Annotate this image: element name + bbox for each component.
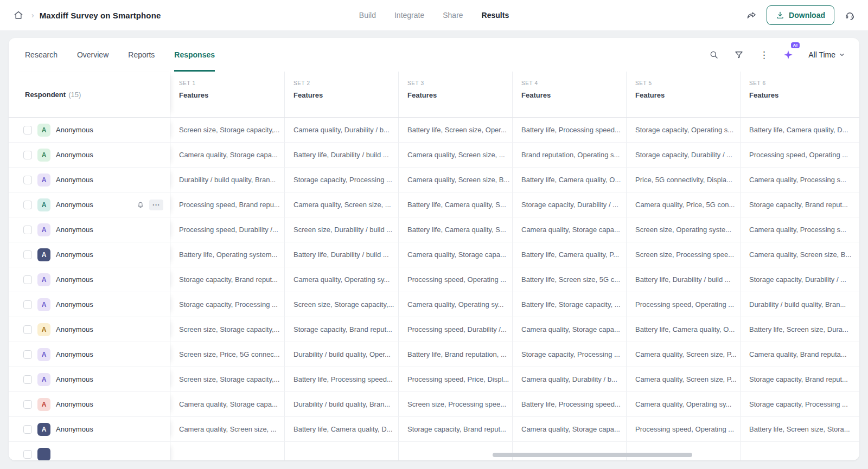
row-checkbox[interactable] — [23, 226, 32, 234]
table-row-partial[interactable] — [9, 442, 859, 460]
response-cell: Camera quality, Durability / b... — [512, 367, 626, 391]
column-header-set6: SET 6 Features — [740, 72, 854, 117]
response-cell: Battery life, Processing speed... — [284, 367, 398, 391]
response-cell: Storage capacity, Brand reput... — [398, 417, 512, 441]
time-filter-dropdown[interactable]: All Time — [808, 50, 845, 59]
respondent-name: Anonymous — [56, 250, 93, 259]
respondent-name: Anonymous — [56, 325, 93, 333]
row-checkbox[interactable] — [23, 325, 32, 334]
nav-results[interactable]: Results — [482, 11, 509, 20]
home-icon[interactable] — [11, 8, 26, 23]
response-cell: Processing speed, Price, Displ... — [398, 367, 512, 391]
horizontal-scrollbar[interactable] — [493, 453, 692, 457]
response-cell: Brand reputation, Operating s... — [512, 143, 626, 167]
response-cell: Camera quality, Processing s... — [740, 217, 854, 242]
row-checkbox[interactable] — [23, 450, 32, 459]
row-checkbox[interactable] — [23, 250, 32, 259]
bell-icon[interactable] — [136, 201, 145, 209]
more-options-icon[interactable]: ⋮ — [756, 47, 771, 62]
row-checkbox[interactable] — [23, 300, 32, 309]
row-checkbox[interactable] — [23, 425, 32, 434]
avatar: A — [37, 298, 50, 311]
table-row[interactable]: A Anonymous ... Battery life, Operating … — [9, 242, 859, 267]
response-cell: Storage capacity, Durability / ... — [512, 192, 626, 217]
row-checkbox[interactable] — [23, 275, 32, 284]
row-checkbox[interactable] — [23, 400, 32, 409]
response-cell: Durability / build quality, Bran... — [740, 292, 854, 317]
response-cell: Camera quality, Price, 5G con... — [626, 192, 740, 217]
row-checkbox[interactable] — [23, 176, 32, 184]
row-checkbox[interactable] — [23, 375, 32, 384]
respondent-cell: A Anonymous ... — [9, 118, 170, 142]
ai-assistant-icon[interactable]: AI — [781, 48, 795, 62]
response-cell: Battery life, Screen size, Dura... — [740, 317, 854, 342]
response-cell: Storage capacity, Processing ... — [512, 342, 626, 367]
table-row[interactable]: A Anonymous ... Durability / build quali… — [9, 168, 859, 192]
download-button[interactable]: Download — [767, 5, 834, 25]
response-cell: Battery life, Screen size, Oper... — [398, 118, 512, 142]
tab-responses[interactable]: Responses — [174, 38, 215, 72]
response-cell: Durability / build quality, Oper... — [284, 342, 398, 367]
top-bar: › Maxdiff Survey on Smartphone Build Int… — [0, 0, 868, 30]
respondent-cell: A Anonymous ... — [9, 168, 170, 192]
table-row[interactable]: A Anonymous ... Camera quality, Storage … — [9, 392, 859, 417]
table-row[interactable]: A Anonymous ... Camera quality, Storage … — [9, 143, 859, 168]
support-headset-icon[interactable] — [842, 8, 857, 23]
response-cell: Storage capacity, Brand reput... — [740, 192, 854, 217]
table-row[interactable]: A Anonymous ... Screen size, Price, 5G c… — [9, 342, 859, 367]
response-cell: Camera quality, Storage capa... — [512, 317, 626, 342]
response-cell: Camera quality, Operating sy... — [284, 267, 398, 292]
response-cell: Battery life, Durability / build ... — [626, 267, 740, 292]
response-cell: Camera quality, Operating sy... — [398, 292, 512, 317]
response-cell: Screen size, Storage capacity,... — [170, 317, 284, 342]
response-cell: Screen size, Operating syste... — [626, 217, 740, 242]
row-checkbox[interactable] — [23, 126, 32, 134]
share-forward-icon[interactable] — [744, 8, 759, 23]
response-cell: Storage capacity, Processing ... — [284, 168, 398, 192]
response-cell: Camera quality, Screen size, B... — [740, 242, 854, 267]
response-cell: Storage capacity, Brand reput... — [170, 267, 284, 292]
nav-integrate[interactable]: Integrate — [394, 11, 424, 20]
avatar: A — [37, 124, 50, 137]
search-icon[interactable] — [706, 47, 722, 62]
nav-build[interactable]: Build — [359, 11, 376, 20]
response-cell: Screen size, Price, 5G connec... — [170, 342, 284, 367]
row-more-icon[interactable]: ... — [149, 200, 163, 210]
table-row[interactable]: A Anonymous ... Camera quality, Screen s… — [9, 417, 859, 442]
response-cell: Camera quality, Screen size, B... — [398, 168, 512, 192]
respondent-name: Anonymous — [56, 425, 93, 433]
table-row[interactable]: A Anonymous ... Storage capacity, Proces… — [9, 292, 859, 317]
response-cell: Battery life, Processing speed... — [512, 118, 626, 142]
tab-research[interactable]: Research — [25, 38, 58, 72]
response-cell: Battery life, Camera quality, S... — [398, 217, 512, 242]
row-checkbox[interactable] — [23, 151, 32, 159]
column-header-set1: SET 1 Features — [170, 72, 284, 117]
respondent-cell: A Anonymous ... — [9, 367, 170, 391]
table-row[interactable]: A Anonymous ... Processing speed, Durabi… — [9, 217, 859, 242]
response-cell: Screen size, Storage capacity,... — [284, 292, 398, 317]
response-cell: Battery life, Camera quality, D... — [740, 118, 854, 142]
response-cell: Price, 5G connectivity, Displa... — [626, 168, 740, 192]
tabs-row: Research Overview Reports Responses ⋮ AI… — [9, 38, 859, 72]
table-row[interactable]: A Anonymous ... Screen size, Storage cap… — [9, 367, 859, 392]
tab-reports[interactable]: Reports — [128, 38, 155, 72]
table-row[interactable]: A Anonymous ... Processing speed, Brand … — [9, 192, 859, 217]
filter-icon[interactable] — [731, 47, 746, 62]
response-cell: Storage capacity, Brand reput... — [284, 317, 398, 342]
avatar: A — [37, 398, 50, 411]
row-checkbox[interactable] — [23, 350, 32, 359]
table-row[interactable]: A Anonymous ... Screen size, Storage cap… — [9, 317, 859, 342]
tab-overview[interactable]: Overview — [77, 38, 108, 72]
row-checkbox[interactable] — [23, 201, 32, 209]
response-cell: Processing speed, Operating ... — [740, 143, 854, 167]
response-cell: Camera quality, Storage capa... — [170, 392, 284, 416]
nav-share[interactable]: Share — [443, 11, 463, 20]
response-cell: Camera quality, Screen size, P... — [626, 367, 740, 391]
response-cell: Camera quality, Screen size, ... — [170, 417, 284, 441]
table-row[interactable]: A Anonymous ... Storage capacity, Brand … — [9, 267, 859, 292]
respondent-name: Anonymous — [56, 176, 93, 184]
avatar: A — [37, 323, 50, 336]
table-row[interactable]: A Anonymous ... Screen size, Storage cap… — [9, 118, 859, 143]
response-cell: Processing speed, Operating ... — [626, 417, 740, 441]
respondent-name: Anonymous — [56, 226, 93, 234]
